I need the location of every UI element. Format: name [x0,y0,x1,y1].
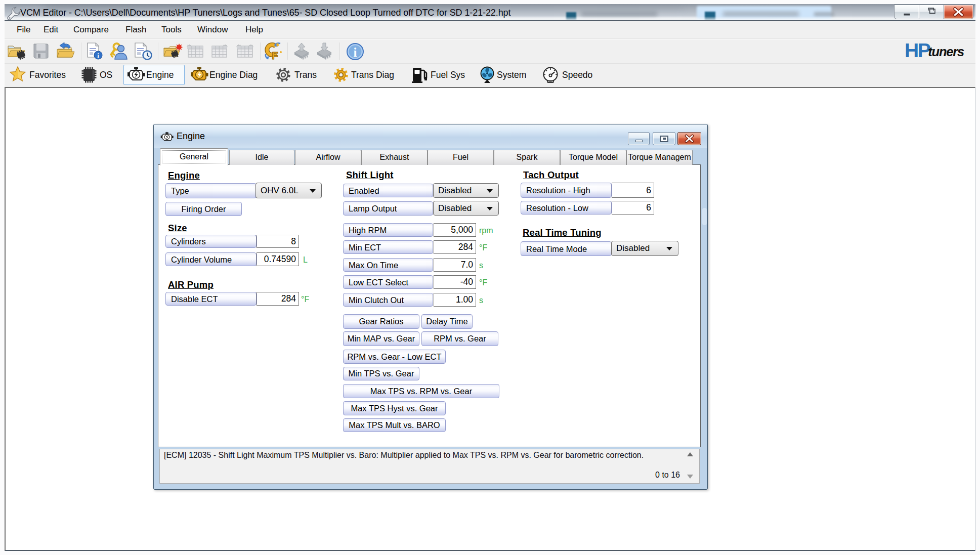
svg-text:i: i [97,52,99,59]
svg-text:i: i [354,46,357,59]
svg-text:F: F [272,50,278,60]
